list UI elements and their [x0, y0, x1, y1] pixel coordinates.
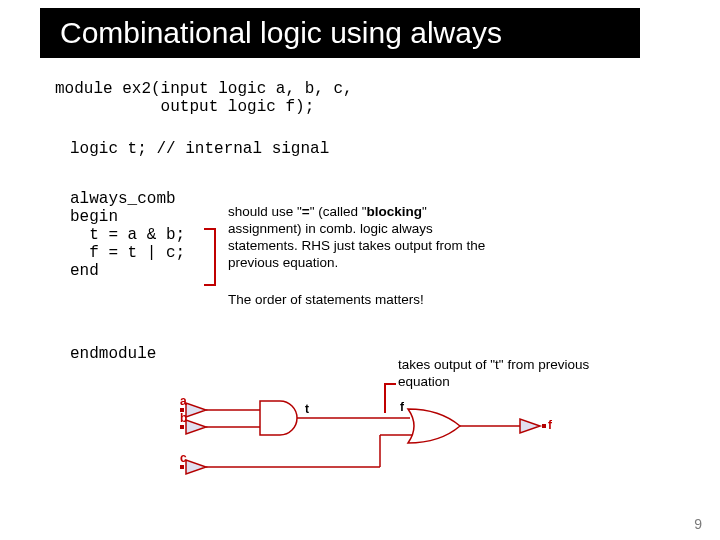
code-signal-decl: logic t; // internal signal: [70, 140, 329, 158]
annotation-blocking: should use "=" (called "blocking" assign…: [228, 204, 488, 272]
annotation-order: The order of statements matters!: [228, 292, 488, 309]
label-t: t: [305, 402, 309, 416]
label-f: f: [400, 400, 405, 414]
annotation-takes-output: takes output of "t" from previous equati…: [398, 357, 598, 391]
svg-marker-13: [520, 419, 540, 433]
label-c: c: [180, 451, 187, 465]
svg-rect-14: [542, 424, 546, 428]
circuit-diagram: a b c t f f: [180, 395, 600, 495]
label-f-out: f: [548, 418, 553, 432]
svg-marker-3: [186, 420, 206, 434]
svg-rect-2: [180, 425, 184, 429]
slide-title: Combinational logic using always: [40, 8, 640, 58]
label-b: b: [180, 411, 187, 425]
code-module-decl: module ex2(input logic a, b, c, output l…: [55, 80, 353, 116]
code-always-block: always_comb begin t = a & b; f = t | c; …: [70, 190, 185, 280]
code-bracket: [204, 228, 216, 286]
svg-marker-1: [186, 403, 206, 417]
code-endmodule: endmodule: [70, 345, 156, 363]
label-a: a: [180, 395, 187, 408]
svg-rect-4: [180, 465, 184, 469]
page-number: 9: [694, 516, 702, 532]
svg-marker-5: [186, 460, 206, 474]
